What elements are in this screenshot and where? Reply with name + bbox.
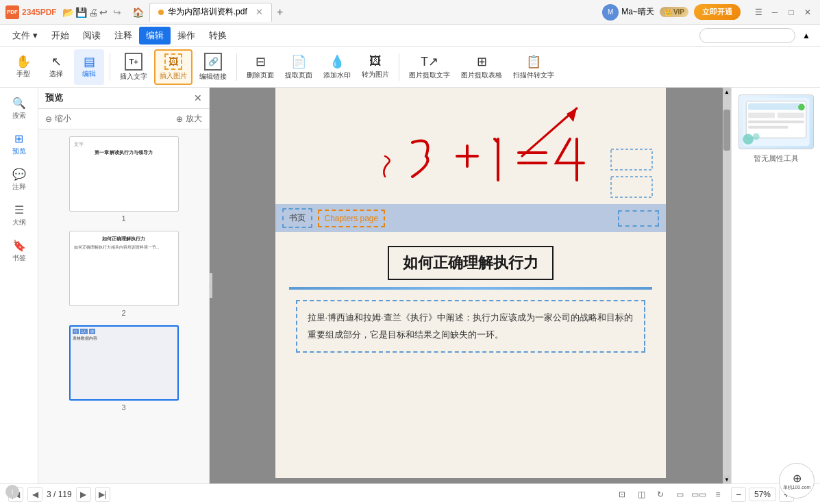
expand-right-panel-button[interactable]: ▶ [210, 273, 212, 298]
title-toolbar-save[interactable]: 💾 [75, 7, 87, 18]
close-button[interactable]: ✕ [801, 5, 815, 19]
tab-label: 华为内部培训资料.pdf [168, 6, 247, 18]
menu-operate[interactable]: 操作 [171, 27, 202, 45]
tool-extract-page[interactable]: 📄 提取页面 [281, 49, 316, 85]
right-panel-preview [738, 94, 814, 149]
menu-start[interactable]: 开始 [45, 27, 76, 45]
open-vip-button[interactable]: 立即开通 [694, 4, 741, 20]
menu-convert[interactable]: 转换 [202, 27, 234, 45]
tool-delete-page[interactable]: ⊟ 删除页面 [243, 49, 278, 85]
page-thumb-num-1: 1 [121, 214, 125, 223]
menu-file[interactable]: 文件 ▾ [5, 27, 45, 45]
page2-title-area: 如何正确理解执行力 [275, 232, 666, 287]
rotate-icon[interactable]: ↻ [653, 487, 668, 502]
delete-page-icon: ⊟ [256, 54, 266, 69]
sidebar-label-bookmark: 书签 [12, 253, 26, 263]
zoom-out-status-button[interactable]: − [731, 487, 746, 502]
svg-point-20 [743, 134, 754, 145]
page-thumb-num-2: 2 [121, 309, 125, 317]
sidebar-label-annotate: 注释 [12, 182, 26, 192]
hand-icon: ✋ [16, 55, 31, 68]
watermark-icon: ⊕ [793, 472, 802, 485]
preview-panel: 预览 ✕ ⊖ 缩小 ⊕ 放大 文字 第一章 解读执行力与领导力 [38, 88, 210, 483]
tool-to-image[interactable]: 🖼 转为图片 [358, 49, 393, 85]
edit-icon: ▤ [84, 55, 95, 68]
tool-watermark[interactable]: 💧 添加水印 [319, 49, 355, 85]
tab-close-icon[interactable]: ✕ [256, 7, 263, 17]
single-page-icon[interactable]: ▭ [672, 487, 687, 502]
pdf-page-1 [275, 88, 666, 199]
tool-edit[interactable]: ▤ 编辑 [74, 49, 104, 85]
menu-edit[interactable]: 编辑 [139, 27, 171, 45]
menu-annotate[interactable]: 注释 [108, 27, 139, 45]
expand-icon: ▶ [210, 282, 210, 290]
menu-read[interactable]: 阅读 [76, 27, 108, 45]
tool-scan-to-text[interactable]: 📋 扫描件转文字 [509, 49, 558, 85]
prev-page-button[interactable]: ◀ [27, 487, 42, 502]
tag-chapters: Chapters page [318, 210, 386, 227]
thumb-content-3: 行 1人 调 表格数据内容 [71, 327, 177, 399]
menu-collapse-button[interactable]: ▲ [798, 27, 815, 44]
title-toolbar-open[interactable]: 📂 [62, 7, 74, 18]
minimize-button[interactable]: ─ [768, 5, 782, 19]
title-home-icon[interactable]: 🏠 [132, 7, 144, 18]
info-button[interactable]: i [5, 485, 19, 499]
title-toolbar-redo[interactable]: ↪ [113, 7, 121, 18]
title-toolbar-print[interactable]: 🖨 [88, 7, 98, 18]
last-page-button[interactable]: ▶| [95, 487, 110, 502]
tag-right-dashed [618, 210, 659, 227]
scroll-page-icon[interactable]: ≡ [710, 487, 725, 502]
insert-text-icon: T+ [125, 53, 142, 71]
scroll-down-arrow[interactable]: ▼ [723, 475, 731, 483]
tool-image-extract-text[interactable]: T↗ 图片提取文字 [405, 49, 454, 85]
main-layout: 🔍 搜索 ⊞ 预览 💬 注释 ☰ 大纲 🔖 书签 预览 ✕ ⊖ 缩小 [0, 88, 820, 483]
sidebar-item-search[interactable]: 🔍 搜索 [4, 93, 34, 123]
page-thumb-img-2[interactable]: 如何正确理解执行力 如何正确理解执行力相关内容培训资料第一节... [69, 231, 179, 306]
preview-header: 预览 ✕ [38, 88, 209, 109]
scroll-up-arrow[interactable]: ▲ [723, 88, 731, 96]
sidebar-item-preview[interactable]: ⊞ 预览 [4, 129, 34, 159]
sidebar-item-annotate[interactable]: 💬 注释 [4, 164, 34, 194]
tool-select[interactable]: ↖ 选择 [41, 49, 71, 85]
scrollbar-vertical[interactable]: ▲ ▼ [723, 88, 731, 483]
edit-link-icon: 🔗 [204, 53, 222, 71]
page-thumb-1: 文字 第一章 解读执行力与领导力 1 [69, 136, 179, 223]
preview-controls: ⊖ 缩小 ⊕ 放大 [38, 109, 209, 129]
page-thumb-img-3[interactable]: 行 1人 调 表格数据内容 [69, 325, 179, 401]
tool-edit-link[interactable]: 🔗 编辑链接 [195, 49, 231, 85]
pdf-scroll[interactable]: 书页 Chapters page 如何正确理解执行力 [210, 88, 731, 483]
title-toolbar-undo[interactable]: ↩ [99, 7, 108, 18]
page-thumb-num-3: 3 [121, 403, 125, 412]
toolbar: ✋ 手型 ↖ 选择 ▤ 编辑 T+ 插入文字 🖼 插入图片 🔗 编辑链接 ⊟ 删… [0, 47, 820, 88]
search-input[interactable] [699, 28, 795, 43]
tool-insert-text[interactable]: T+ 插入文字 [116, 49, 151, 85]
page-thumb-img-1[interactable]: 文字 第一章 解读执行力与领导力 [69, 136, 179, 212]
svg-rect-17 [748, 121, 804, 123]
sidebar-item-bookmark[interactable]: 🔖 书签 [4, 236, 34, 266]
app-logo: PDF 2345PDF [5, 5, 57, 19]
zoom-out-button[interactable]: ⊖ 缩小 [45, 113, 71, 125]
pdf-tab[interactable]: 华为内部培训资料.pdf ✕ [149, 3, 272, 22]
fit-width-icon[interactable]: ◫ [634, 487, 649, 502]
menu-search [699, 28, 795, 43]
sidebar-label-preview: 预览 [12, 147, 26, 156]
tool-hand[interactable]: ✋ 手型 [8, 49, 38, 85]
fit-page-icon[interactable]: ⊡ [614, 487, 630, 502]
next-page-button[interactable]: ▶ [76, 487, 91, 502]
title-bar: PDF 2345PDF 📂 💾 🖨 ↩ ↪ 🏠 华为内部培训资料.pdf ✕ +… [0, 0, 820, 25]
preview-pages: 文字 第一章 解读执行力与领导力 1 如何正确理解执行力 如何正确理解执行力相关… [38, 129, 209, 483]
maximize-button[interactable]: □ [784, 5, 798, 19]
zoom-level[interactable]: 57% [749, 488, 776, 501]
menu-button[interactable]: ☰ [751, 5, 765, 19]
dual-page-icon[interactable]: ▭▭ [691, 487, 706, 502]
new-tab-button[interactable]: + [272, 4, 288, 21]
scroll-thumb[interactable] [723, 110, 730, 151]
zoom-in-button[interactable]: ⊕ 放大 [176, 113, 202, 125]
tool-image-extract-table[interactable]: ⊞ 图片提取表格 [457, 49, 506, 85]
page2-main-title: 如何正确理解执行力 [388, 246, 554, 280]
watermark-logo[interactable]: ⊕ 单机100.com [779, 463, 815, 499]
tool-insert-image[interactable]: 🖼 插入图片 [154, 49, 192, 85]
sidebar-item-outline[interactable]: ☰ 大纲 [4, 200, 34, 230]
user-name: Ma~晴天 [621, 6, 654, 18]
preview-close-button[interactable]: ✕ [194, 92, 202, 103]
